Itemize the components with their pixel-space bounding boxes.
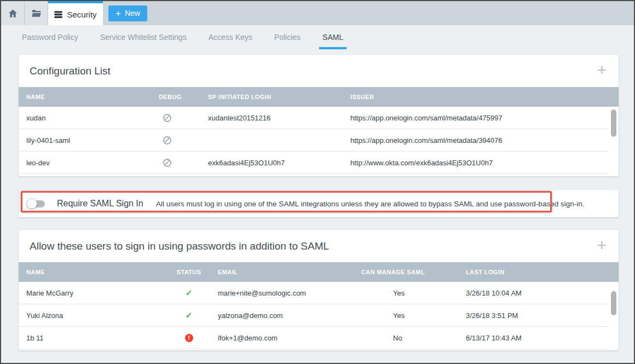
configuration-list-panel: Configuration List + NAME DEBUG SP INITI… [19,55,619,176]
cell-status [168,334,210,342]
security-tab-label: Security [67,10,96,19]
cell-email: lfok+1@demo.com [210,334,354,342]
cell-name: Marie McGarry [19,289,168,297]
cell-name: xudan [19,114,151,122]
header-can-manage-saml: CAN MANAGE SAML [354,269,451,275]
require-saml-panel: Require SAML Sign In All users must log … [19,190,619,217]
cell-name: Yuki Alzona [19,311,168,320]
debug-disabled-icon [163,136,171,145]
new-button[interactable]: + New [108,5,147,21]
cell-last-login: 3/26/18 10:04 AM [451,289,609,297]
plus-icon: + [116,9,121,18]
nav-tab-label: Password Policy [22,33,78,42]
top-tab-bar: Security + New [1,1,634,25]
cell-name: lily-0401-saml [19,136,151,145]
nav-tab[interactable]: Password Policy [19,25,82,49]
cell-email: marie+nite@sumologic.com [210,289,354,297]
add-user-button[interactable]: + [597,237,607,253]
security-section-nav: Password Policy Service Whitelist Settin… [1,25,634,49]
cell-status [168,310,210,320]
cell-name: leo-dev [19,159,151,167]
require-saml-row: Require SAML Sign In All users must log … [19,190,619,217]
configuration-list-title: Configuration List [30,65,111,77]
cell-can-manage-saml: Yes [354,289,451,297]
nav-tab-label: Service Whitelist Settings [100,33,187,42]
allowed-users-title-row: Allow these users to sign in using passw… [19,230,619,262]
cell-status [168,288,210,298]
library-tab[interactable] [25,1,48,25]
table-row[interactable]: leo-dev exk6adasi4Ej53O1U0h7 http://www.… [19,152,609,174]
nav-tab[interactable]: Access Keys [205,25,256,49]
cell-issuer: https://app.onelogin.com/saml/metadata/3… [343,136,609,145]
allowed-users-panel: Allow these users to sign in using passw… [19,230,619,350]
header-name: NAME [19,269,168,275]
status-icon [186,288,193,298]
toggle-knob [26,198,37,209]
configuration-table-body: xudan xudantest20151216 https://app.onel… [19,107,609,174]
allowed-users-title: Allow these users to sign in using passw… [30,240,329,252]
header-status: STATUS [168,269,210,275]
cell-issuer: http://www.okta.com/exk6adasi4Ej53O1U0h7 [343,159,609,167]
status-icon [185,334,193,342]
cell-sp-initiated-login: exk6adasi4Ej53O1U0h7 [200,159,343,167]
cell-debug [151,159,200,167]
scrollbar-thumb[interactable] [611,109,616,137]
home-icon [8,8,18,19]
cell-debug [151,114,200,122]
cell-debug [151,136,200,145]
configuration-list-title-row: Configuration List [19,55,619,87]
debug-disabled-icon [163,159,171,167]
cell-name: 1b 11 [19,334,168,342]
nav-tab[interactable]: Policies [271,25,304,49]
nav-tab[interactable]: Service Whitelist Settings [97,25,190,49]
header-name: NAME [19,94,151,100]
nav-tab-label: SAML [322,33,343,42]
configuration-table-header: NAME DEBUG SP INITIATED LOGIN ISSUER [19,87,619,107]
table-row[interactable]: Yuki Alzona yalzona@demo.com Yes 3/26/18… [19,304,609,327]
tab-security[interactable]: Security [48,1,103,25]
cell-sp-initiated-login: xudantest20151216 [200,114,343,122]
nav-tab-label: Policies [274,33,301,42]
cell-issuer: https://app.onelogin.com/saml/metadata/4… [343,114,609,122]
require-saml-toggle[interactable] [27,200,45,207]
table-row[interactable]: lily-0401-saml https://app.onelogin.com/… [19,129,609,152]
add-configuration-button[interactable]: + [597,62,607,78]
allowed-users-table-header: NAME STATUS EMAIL CAN MANAGE SAML LAST L… [19,262,619,282]
new-button-label: New [125,9,140,18]
home-tab[interactable] [1,1,25,25]
cell-last-login: 6/13/17 10:43 AM [451,334,609,342]
nav-tab-label: Access Keys [209,33,252,42]
cell-can-manage-saml: No [354,334,451,342]
allowed-users-table-body: Marie McGarry marie+nite@sumologic.com Y… [19,282,609,349]
require-saml-description: All users must log in using one of the S… [156,200,584,208]
cell-email: yalzona@demo.com [210,311,354,320]
debug-disabled-icon [163,114,171,122]
scrollbar-thumb[interactable] [611,291,616,315]
header-email: EMAIL [210,269,354,275]
security-settings-window: Security + New Password Policy Service W… [0,0,635,364]
table-row[interactable]: 1b 11 lfok+1@demo.com No 6/13/17 10:43 A… [19,327,609,349]
header-sp-initiated-login: SP INITIATED LOGIN [200,94,343,100]
cell-last-login: 3/26/18 3:51 PM [451,311,609,320]
require-saml-label: Require SAML Sign In [57,199,143,209]
database-icon [54,10,62,19]
header-issuer: ISSUER [343,94,619,100]
status-icon [186,310,193,320]
table-row[interactable]: xudan xudantest20151216 https://app.onel… [19,107,609,129]
cell-can-manage-saml: Yes [354,311,451,320]
header-last-login: LAST LOGIN [451,269,619,275]
header-debug: DEBUG [151,94,200,100]
nav-tab[interactable]: SAML [319,25,347,49]
table-row[interactable]: Marie McGarry marie+nite@sumologic.com Y… [19,282,609,304]
folder-icon [31,8,42,19]
